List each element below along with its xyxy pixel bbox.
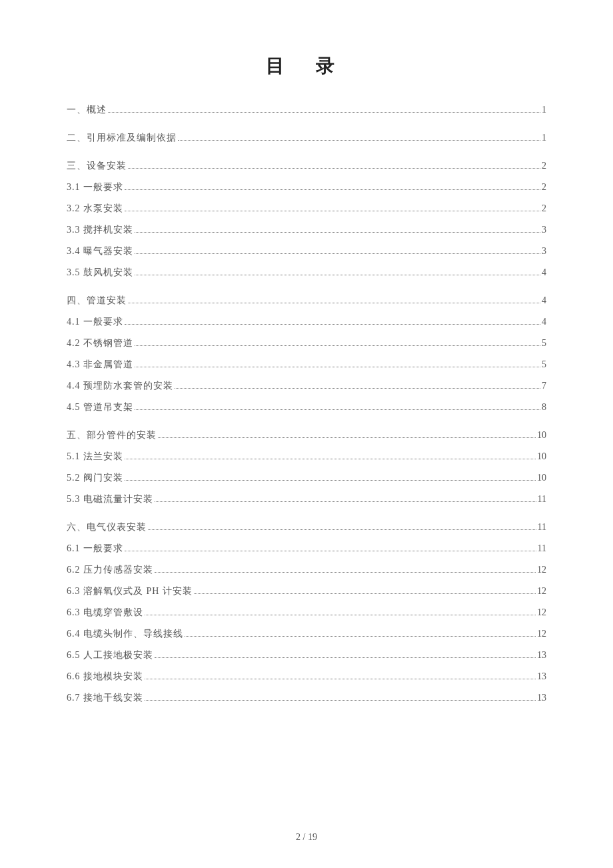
toc-leader-dots bbox=[158, 437, 536, 438]
toc-page-number: 12 bbox=[537, 587, 546, 596]
toc-row: 3.2 水泵安装2 bbox=[67, 204, 546, 213]
toc-row: 6.3 溶解氧仪式及 PH 计安装12 bbox=[67, 587, 546, 596]
toc-row: 3.5 鼓风机安装4 bbox=[67, 268, 546, 277]
toc-row: 五、部分管件的安装10 bbox=[67, 431, 546, 440]
toc-leader-dots bbox=[135, 367, 540, 367]
toc-label: 6.1 一般要求 bbox=[67, 544, 123, 553]
toc-label: 3.3 搅拌机安装 bbox=[67, 225, 133, 235]
toc-leader-dots bbox=[185, 636, 536, 637]
toc-label: 4.5 管道吊支架 bbox=[67, 403, 133, 412]
toc-leader-dots bbox=[135, 409, 540, 410]
toc-leader-dots bbox=[108, 112, 540, 113]
toc-leader-dots bbox=[125, 189, 540, 190]
toc-leader-dots bbox=[148, 529, 536, 530]
toc-leader-dots bbox=[145, 700, 536, 701]
toc-row: 6.2 压力传感器安装12 bbox=[67, 565, 546, 575]
toc-row: 5.2 阀门安装10 bbox=[67, 473, 546, 483]
toc-leader-dots bbox=[145, 615, 536, 615]
page-footer: 2 / 19 bbox=[0, 832, 613, 843]
toc-row: 一、概述1 bbox=[67, 105, 546, 115]
toc-label: 4.1 一般要求 bbox=[67, 317, 123, 327]
toc-leader-dots bbox=[135, 232, 540, 233]
toc-page-number: 10 bbox=[537, 473, 546, 483]
toc-row: 四、管道安装4 bbox=[67, 296, 546, 305]
toc-page-number: 11 bbox=[538, 544, 546, 553]
toc-page-number: 4 bbox=[542, 317, 546, 327]
toc-page-number: 4 bbox=[542, 268, 546, 277]
toc-page-number: 4 bbox=[542, 296, 546, 305]
toc-row: 5.3 电磁流量计安装11 bbox=[67, 495, 546, 504]
document-page: 目 录 一、概述1二、引用标准及编制依据1三、设备安装23.1 一般要求23.2… bbox=[0, 0, 613, 868]
toc-row: 3.3 搅拌机安装3 bbox=[67, 225, 546, 235]
toc-page-number: 7 bbox=[542, 381, 546, 391]
toc-label: 3.4 曝气器安装 bbox=[67, 247, 133, 256]
toc-row: 6.3 电缆穿管敷设12 bbox=[67, 608, 546, 617]
toc-page-number: 11 bbox=[538, 495, 546, 504]
toc-row: 6.5 人工接地极安装13 bbox=[67, 651, 546, 660]
toc-leader-dots bbox=[125, 551, 536, 551]
toc-label: 5.3 电磁流量计安装 bbox=[67, 495, 153, 504]
toc-row: 4.3 非金属管道5 bbox=[67, 360, 546, 369]
toc-page-number: 12 bbox=[537, 608, 546, 617]
toc-row: 4.4 预埋防水套管的安装7 bbox=[67, 381, 546, 391]
toc-leader-dots bbox=[155, 657, 536, 658]
toc-label: 6.5 人工接地极安装 bbox=[67, 651, 153, 660]
toc-leader-dots bbox=[155, 572, 536, 573]
toc-page-number: 5 bbox=[542, 339, 546, 348]
toc-row: 4.2 不锈钢管道5 bbox=[67, 339, 546, 348]
toc-leader-dots bbox=[125, 211, 540, 211]
toc-page-number: 13 bbox=[537, 693, 546, 703]
toc-page-number: 11 bbox=[538, 523, 546, 532]
toc-label: 三、设备安装 bbox=[67, 161, 127, 171]
toc-page-number: 1 bbox=[542, 105, 546, 115]
toc-page-number: 1 bbox=[542, 133, 546, 143]
toc-label: 6.3 电缆穿管敷设 bbox=[67, 608, 143, 617]
toc-row: 6.4 电缆头制作、导线接线12 bbox=[67, 629, 546, 639]
toc-leader-dots bbox=[128, 303, 540, 303]
toc-leader-dots bbox=[135, 345, 540, 346]
toc-row: 6.6 接地模块安装13 bbox=[67, 672, 546, 681]
toc-page-number: 10 bbox=[537, 431, 546, 440]
toc-leader-dots bbox=[155, 501, 536, 502]
toc-page-number: 13 bbox=[537, 672, 546, 681]
toc-leader-dots bbox=[125, 324, 540, 325]
toc-label: 5.1 法兰安装 bbox=[67, 452, 123, 461]
toc-row: 6.1 一般要求11 bbox=[67, 544, 546, 553]
toc-leader-dots bbox=[145, 679, 536, 679]
toc-label: 二、引用标准及编制依据 bbox=[67, 133, 177, 143]
toc-page-number: 5 bbox=[542, 360, 546, 369]
toc-leader-dots bbox=[125, 480, 536, 481]
toc-page-number: 12 bbox=[537, 629, 546, 639]
toc-row: 六、电气仪表安装11 bbox=[67, 523, 546, 532]
toc-page-number: 12 bbox=[537, 565, 546, 575]
toc-page-number: 2 bbox=[542, 183, 546, 192]
toc-page-number: 13 bbox=[537, 651, 546, 660]
toc-row: 4.5 管道吊支架8 bbox=[67, 403, 546, 412]
toc-leader-dots bbox=[178, 140, 540, 141]
toc-label: 六、电气仪表安装 bbox=[67, 523, 147, 532]
toc-label: 6.3 溶解氧仪式及 PH 计安装 bbox=[67, 587, 193, 596]
toc-label: 4.4 预埋防水套管的安装 bbox=[67, 381, 173, 391]
toc-leader-dots bbox=[194, 593, 536, 594]
table-of-contents: 一、概述1二、引用标准及编制依据1三、设备安装23.1 一般要求23.2 水泵安… bbox=[67, 105, 546, 703]
toc-label: 4.2 不锈钢管道 bbox=[67, 339, 133, 348]
toc-label: 3.2 水泵安装 bbox=[67, 204, 123, 213]
toc-row: 二、引用标准及编制依据1 bbox=[67, 133, 546, 143]
toc-row: 3.4 曝气器安装3 bbox=[67, 247, 546, 256]
toc-label: 6.4 电缆头制作、导线接线 bbox=[67, 629, 183, 639]
page-title: 目 录 bbox=[67, 53, 546, 79]
toc-row: 三、设备安装2 bbox=[67, 161, 546, 171]
toc-label: 6.2 压力传感器安装 bbox=[67, 565, 153, 575]
toc-row: 5.1 法兰安装10 bbox=[67, 452, 546, 461]
toc-row: 6.7 接地干线安装13 bbox=[67, 693, 546, 703]
toc-row: 4.1 一般要求4 bbox=[67, 317, 546, 327]
toc-label: 3.5 鼓风机安装 bbox=[67, 268, 133, 277]
toc-leader-dots bbox=[128, 168, 540, 169]
toc-leader-dots bbox=[125, 459, 536, 459]
toc-label: 3.1 一般要求 bbox=[67, 183, 123, 192]
toc-row: 3.1 一般要求2 bbox=[67, 183, 546, 192]
toc-page-number: 3 bbox=[542, 247, 546, 256]
toc-page-number: 3 bbox=[542, 225, 546, 235]
toc-label: 6.7 接地干线安装 bbox=[67, 693, 143, 703]
toc-page-number: 10 bbox=[537, 452, 546, 461]
